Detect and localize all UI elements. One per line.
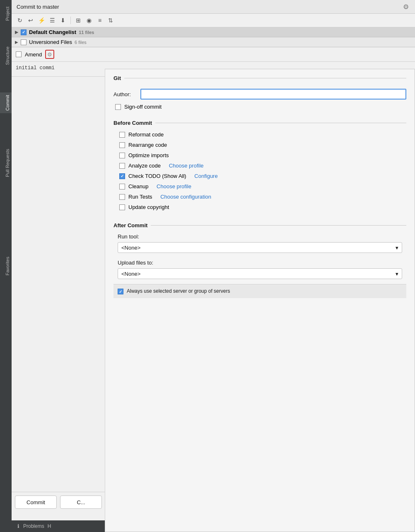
sort2-button[interactable]: ⇅ — [106, 15, 116, 25]
before-commit-options: Reformat code Rearrange code Optimize im… — [105, 129, 415, 216]
changelist-unversioned-count: 6 files — [75, 40, 87, 45]
changelist-default-name: Default Changelist — [29, 29, 76, 35]
analyze-checkbox[interactable] — [119, 163, 125, 169]
check-todo-checkbox[interactable] — [119, 173, 125, 179]
cleanup-spacer — [152, 183, 153, 189]
amend-bar: Amend ⚙ — [12, 47, 415, 62]
dropdown-arrow-icon: ▾ — [396, 245, 398, 251]
commit-and-push-button[interactable]: C... — [60, 496, 102, 509]
lightning-button[interactable]: ⚡ — [36, 15, 46, 25]
changelist-unversioned-checkbox[interactable] — [21, 39, 27, 45]
expand-arrow-default[interactable]: ▶ — [15, 30, 18, 34]
git-settings-panel: Git Author: Sign-off commit Before Commi… — [105, 69, 415, 532]
after-commit-options: Run tool: <None> ▾ Upload files to: <Non… — [105, 232, 415, 302]
upload-dropdown-row: <None> ▾ — [118, 268, 402, 279]
changelist-default-count: 11 files — [79, 30, 94, 35]
signoff-row: Sign-off commit — [113, 104, 406, 110]
reformat-label: Reformat code — [128, 131, 164, 138]
option-cleanup: Cleanup Choose profile — [118, 181, 406, 192]
rearrange-checkbox[interactable] — [119, 142, 125, 148]
sidebar-item-favorites[interactable]: Favorites — [0, 254, 12, 278]
title-text: Commit to master — [17, 4, 59, 10]
run-tests-label: Run Tests — [128, 194, 152, 200]
option-rearrange: Rearrange code — [118, 140, 406, 150]
signoff-checkbox[interactable] — [115, 104, 121, 110]
list-button[interactable]: ☰ — [47, 15, 57, 25]
problems-icon: ℹ — [15, 523, 22, 530]
always-use-checkbox[interactable] — [118, 289, 123, 294]
sort-button[interactable]: ≡ — [95, 15, 105, 25]
amend-label: Amend — [25, 51, 42, 58]
sidebar-item-structure[interactable]: Structure — [0, 44, 12, 68]
toolbar: ↻ ↩ ⚡ ☰ ⬇ ⊞ ◉ ≡ ⇅ — [12, 14, 415, 27]
option-copyright: Update copyright — [118, 202, 406, 212]
always-use-label: Always use selected server or group of s… — [127, 288, 230, 295]
changelist-unversioned[interactable]: ▶ Unversioned Files 6 files — [12, 37, 415, 47]
settings-gear-icon[interactable]: ⚙ — [402, 2, 410, 11]
download-button[interactable]: ⬇ — [58, 15, 68, 25]
optimize-label: Optimize imports — [128, 152, 169, 158]
author-label: Author: — [113, 91, 136, 97]
always-use-row: Always use selected server or group of s… — [113, 284, 406, 298]
option-optimize: Optimize imports — [118, 150, 406, 160]
signoff-label: Sign-off commit — [124, 104, 162, 110]
copyright-label: Update copyright — [128, 204, 169, 210]
run-tool-dropdown[interactable]: <None> ▾ — [118, 242, 402, 253]
configure-link[interactable]: Configure — [194, 173, 217, 179]
run-tests-spacer — [156, 194, 157, 200]
second-status-tab[interactable]: H — [48, 523, 51, 529]
cleanup-link[interactable]: Choose profile — [157, 183, 191, 189]
analyze-link[interactable]: Choose profile — [169, 163, 204, 169]
before-commit-header: Before Commit — [105, 114, 415, 129]
commit-button[interactable]: Commit — [15, 496, 57, 509]
upload-label-row: Upload files to: — [113, 258, 406, 267]
changelist-default[interactable]: ▶ Default Changelist 11 files — [12, 27, 415, 37]
git-section-body: Author: Sign-off commit — [105, 85, 415, 114]
option-check-todo: Check TODO (Show All) Configure — [118, 171, 406, 181]
problems-tab[interactable]: ℹ Problems — [15, 523, 44, 530]
undo-button[interactable]: ↩ — [26, 15, 36, 25]
check-todo-label: Check TODO (Show All) — [128, 173, 186, 179]
copyright-checkbox[interactable] — [119, 204, 125, 210]
analyze-spacer — [164, 163, 166, 169]
changelist-unversioned-name: Unversioned Files — [29, 39, 72, 45]
eye-button[interactable]: ◉ — [84, 15, 94, 25]
reformat-checkbox[interactable] — [119, 132, 125, 138]
commit-message-text: initial commi — [16, 65, 55, 71]
author-input[interactable] — [140, 89, 406, 100]
option-analyze: Analyze code Choose profile — [118, 160, 406, 171]
git-section-header: Git — [105, 69, 415, 85]
rearrange-label: Rearrange code — [128, 142, 167, 148]
amend-gear-icon[interactable]: ⚙ — [45, 50, 54, 59]
option-run-tests: Run Tests Choose configuration — [118, 192, 406, 202]
after-commit-header: After Commit — [105, 216, 415, 232]
sidebar-item-commit[interactable]: Commit — [0, 92, 12, 113]
amend-checkbox[interactable] — [16, 51, 22, 57]
grid-button[interactable]: ⊞ — [73, 15, 83, 25]
cleanup-checkbox[interactable] — [119, 184, 125, 189]
upload-dropdown-arrow-icon: ▾ — [396, 271, 398, 277]
run-tool-dropdown-row: <None> ▾ — [118, 242, 402, 253]
run-tests-checkbox[interactable] — [119, 194, 125, 200]
sidebar-item-pull-requests[interactable]: Pull Requests — [0, 146, 12, 180]
author-row: Author: — [113, 89, 406, 100]
run-tests-link[interactable]: Choose configuration — [160, 194, 211, 200]
second-tab-label: H — [48, 523, 51, 529]
toolbar-separator — [70, 17, 71, 24]
cleanup-label: Cleanup — [128, 183, 148, 189]
bottom-bar: Commit C... — [12, 492, 105, 512]
upload-dropdown[interactable]: <None> ▾ — [118, 268, 402, 279]
sidebar-item-project[interactable]: Project — [0, 4, 12, 23]
optimize-checkbox[interactable] — [119, 153, 125, 158]
run-tool-label-row: Run tool: — [113, 232, 406, 240]
changelist-default-checkbox[interactable] — [21, 29, 27, 35]
analyze-label: Analyze code — [128, 163, 161, 169]
check-todo-spacer — [190, 173, 191, 179]
expand-arrow-unversioned[interactable]: ▶ — [15, 40, 18, 44]
file-tree: ▶ Default Changelist 11 files ▶ Unversio… — [12, 27, 415, 47]
option-reformat: Reformat code — [118, 129, 406, 140]
refresh-button[interactable]: ↻ — [15, 15, 25, 25]
title-bar: Commit to master ⚙ — [12, 0, 415, 14]
problems-label: Problems — [23, 523, 44, 529]
